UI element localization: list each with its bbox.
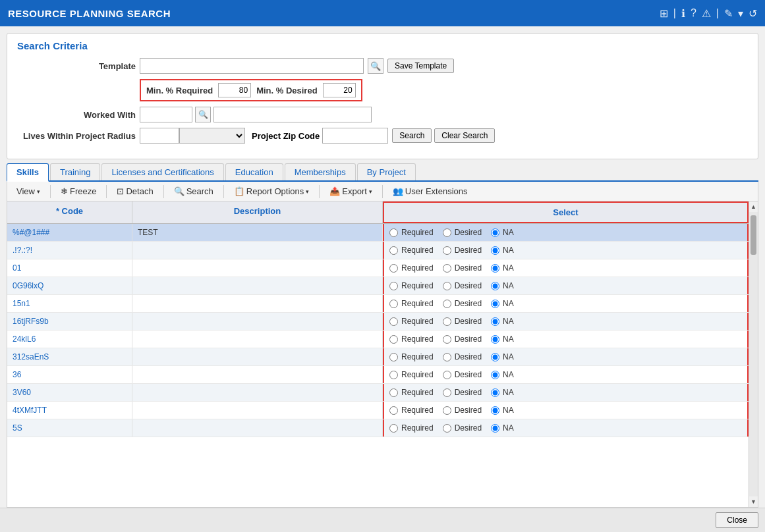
toolbar-sep-2 — [106, 185, 107, 198]
radio-required[interactable] — [389, 317, 398, 326]
detach-icon: ⊡ — [117, 186, 124, 196]
tab-training[interactable]: Training — [50, 163, 100, 180]
radio-required[interactable] — [389, 246, 398, 255]
search-toolbar-button[interactable]: 🔍 Search — [169, 184, 219, 198]
radio-required[interactable] — [389, 282, 398, 290]
radio-required[interactable] — [389, 424, 398, 433]
radio-na[interactable] — [491, 246, 499, 255]
warning-icon[interactable]: ⚠ — [702, 7, 711, 20]
lives-within-input[interactable] — [140, 128, 179, 144]
tab-skills[interactable]: Skills — [7, 163, 49, 182]
export-icon: 📤 — [329, 186, 340, 196]
grid-scrollbar[interactable]: ▲ ▼ — [749, 201, 758, 507]
freeze-button[interactable]: ❄ Freeze — [55, 184, 101, 198]
radio-required[interactable] — [389, 406, 398, 415]
radio-na[interactable] — [491, 317, 499, 326]
scroll-track[interactable] — [749, 212, 758, 496]
radio-label-desired: Desired — [455, 263, 482, 273]
template-input[interactable] — [140, 58, 364, 74]
tab-education[interactable]: Education — [225, 163, 283, 180]
select-cell: RequiredDesiredNA — [383, 313, 749, 330]
radio-desired[interactable] — [443, 300, 451, 308]
radio-desired[interactable] — [443, 335, 451, 344]
code-cell: 4tXMfJTT — [7, 402, 132, 419]
radio-required[interactable] — [389, 335, 398, 344]
min-pct-row: Min. % Required Min. % Desired — [17, 79, 748, 101]
select-cell: RequiredDesiredNA — [383, 384, 749, 401]
lives-within-label: Lives Within Project Radius — [17, 131, 136, 141]
view-button[interactable]: View ▾ — [11, 184, 45, 198]
radio-desired[interactable] — [443, 406, 451, 415]
radio-label-desired: Desired — [455, 246, 482, 255]
radio-desired[interactable] — [443, 264, 451, 273]
radio-na[interactable] — [491, 388, 499, 397]
radio-na[interactable] — [491, 353, 499, 361]
description-cell — [132, 313, 383, 330]
refresh-icon[interactable]: ↺ — [749, 7, 757, 20]
radio-desired[interactable] — [443, 424, 451, 433]
radio-desired[interactable] — [443, 282, 451, 290]
report-options-button[interactable]: 📋 Report Options ▾ — [229, 184, 314, 198]
worked-with-input[interactable] — [140, 107, 192, 122]
radio-label-required: Required — [401, 317, 434, 326]
project-zip-input[interactable] — [322, 128, 388, 144]
radio-na[interactable] — [491, 335, 499, 344]
question-icon[interactable]: ? — [691, 7, 696, 19]
radio-na[interactable] — [491, 264, 499, 273]
radio-required[interactable] — [389, 371, 398, 379]
radio-na[interactable] — [491, 371, 499, 379]
radio-required[interactable] — [389, 264, 398, 273]
template-search-button[interactable]: 🔍 — [368, 58, 383, 74]
table-row: %#@1###TESTRequiredDesiredNA — [7, 224, 749, 242]
close-button[interactable]: Close — [716, 512, 758, 528]
save-template-button[interactable]: Save Template — [387, 59, 454, 73]
radio-na[interactable] — [491, 406, 499, 415]
select-cell: RequiredDesiredNA — [383, 366, 749, 383]
code-cell: .!?.:?! — [7, 242, 132, 259]
tab-memberships[interactable]: Memberships — [285, 163, 356, 180]
radio-na[interactable] — [491, 424, 499, 433]
radio-na[interactable] — [491, 282, 499, 290]
min-desired-input[interactable] — [323, 83, 356, 97]
search-button[interactable]: Search — [392, 128, 432, 143]
template-input-wrap: 🔍 Save Template — [140, 58, 454, 74]
user-extensions-button[interactable]: 👥 User Extensions — [387, 184, 473, 198]
radio-desired[interactable] — [443, 371, 451, 379]
table-row: 312saEnSRequiredDesiredNA — [7, 348, 749, 366]
edit-icon[interactable]: ✎ — [724, 7, 733, 20]
code-cell: 0G96lxQ — [7, 277, 132, 294]
scroll-up-arrow[interactable]: ▲ — [751, 201, 756, 212]
export-button[interactable]: 📤 Export ▾ — [324, 184, 378, 198]
grid-icon[interactable]: ⊞ — [660, 7, 668, 20]
radio-desired[interactable] — [443, 228, 451, 237]
radio-label-required: Required — [401, 228, 434, 237]
worked-with-search-button[interactable]: 🔍 — [195, 107, 211, 122]
radio-required[interactable] — [389, 300, 398, 308]
detach-button[interactable]: ⊡ Detach — [111, 184, 158, 198]
scroll-thumb[interactable] — [751, 215, 756, 255]
tab-licenses-certifications[interactable]: Licenses and Certifications — [101, 163, 223, 180]
radio-desired[interactable] — [443, 246, 451, 255]
table-row: 3V60RequiredDesiredNA — [7, 384, 749, 402]
radio-required[interactable] — [389, 353, 398, 361]
radio-desired[interactable] — [443, 388, 451, 397]
table-row: 36RequiredDesiredNA — [7, 366, 749, 384]
info-circle-icon[interactable]: ℹ — [681, 7, 685, 20]
code-cell: 15n1 — [7, 295, 132, 312]
tab-by-project[interactable]: By Project — [357, 163, 416, 180]
toolbar-sep-4 — [223, 185, 224, 198]
radio-required[interactable] — [389, 228, 398, 237]
radio-desired[interactable] — [443, 317, 451, 326]
radio-desired[interactable] — [443, 353, 451, 361]
scroll-down-arrow[interactable]: ▼ — [751, 496, 756, 507]
clear-search-button[interactable]: Clear Search — [434, 128, 495, 143]
min-required-input[interactable] — [218, 83, 251, 97]
radio-required[interactable] — [389, 388, 398, 397]
table-row: .!?.:?!RequiredDesiredNA — [7, 242, 749, 259]
lives-within-select[interactable]: Miles Kilometers — [179, 128, 245, 144]
chevron-down-icon[interactable]: ▾ — [738, 7, 743, 20]
radio-na[interactable] — [491, 300, 499, 308]
radio-na[interactable] — [491, 228, 499, 237]
toolbar-sep-6 — [382, 185, 383, 198]
worked-with-text-input[interactable] — [213, 107, 372, 122]
